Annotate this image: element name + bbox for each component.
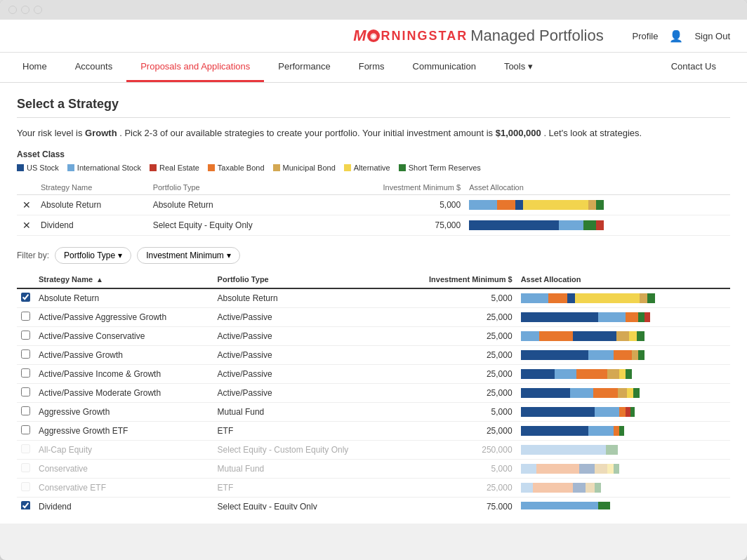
list-strategy-name: All-Cap Equity: [34, 440, 213, 459]
strategy-checkbox-cell: [17, 288, 34, 308]
strategy-name-cell: Absolute Return: [37, 194, 149, 215]
list-col-name[interactable]: Strategy Name ▲: [34, 271, 213, 288]
strategy-checkbox: [21, 463, 30, 472]
list-investment-min: 5,000: [396, 402, 516, 421]
remove-strategy-button[interactable]: ✕: [21, 220, 32, 231]
list-portfolio-type: Active/Passive: [213, 345, 397, 364]
nav-tools[interactable]: Tools ▾: [490, 53, 547, 82]
list-allocation-bar: [517, 345, 730, 364]
portfolio-type-cell: Absolute Return: [149, 194, 325, 215]
list-investment-min: 250,000: [396, 440, 516, 459]
top-bar: M ◉ RNINGSTAR Managed Portfolios Profile…: [0, 20, 747, 53]
nav-proposals[interactable]: Proposals and Applications: [126, 53, 264, 82]
filter-investment-minimum[interactable]: Investment Minimum ▾: [137, 247, 240, 264]
col-investment-min: Investment Minimum $: [325, 180, 465, 195]
nav-performance[interactable]: Performance: [264, 53, 344, 82]
nav-home[interactable]: Home: [17, 53, 61, 82]
list-portfolio-type: ETF: [213, 421, 397, 440]
list-col-check: [17, 271, 34, 288]
asset-allocation-bar: [521, 426, 675, 436]
strategy-checkbox-cell: [17, 440, 34, 459]
list-item: Aggressive Growth ETFETF25,000: [17, 421, 730, 440]
maximize-button[interactable]: [34, 6, 42, 14]
logo-circle: ◉: [367, 29, 380, 42]
list-investment-min: 75,000: [396, 497, 516, 509]
list-item: Absolute ReturnAbsolute Return5,000: [17, 288, 730, 308]
list-portfolio-type: Active/Passive: [213, 364, 397, 383]
list-allocation-bar: [517, 288, 730, 308]
list-item: Conservative ETFETF25,000: [17, 478, 730, 497]
list-portfolio-type: ETF: [213, 478, 397, 497]
strategy-checkbox[interactable]: [21, 387, 30, 396]
strategy-checkbox[interactable]: [21, 368, 30, 378]
legend: US StockInternational StockReal EstateTa…: [17, 164, 730, 172]
nav-contact[interactable]: Contact Us: [657, 53, 730, 82]
nav-accounts[interactable]: Accounts: [61, 53, 126, 82]
list-investment-min: 25,000: [396, 307, 516, 326]
list-investment-min: 25,000: [396, 364, 516, 383]
asset-class-label: Asset Class: [17, 149, 730, 159]
list-portfolio-type: Active/Passive: [213, 383, 397, 402]
asset-allocation-bar: [521, 350, 675, 360]
list-strategy-name: Active/Passive Conservative: [34, 326, 213, 345]
list-portfolio-type: Absolute Return: [213, 288, 397, 308]
asset-allocation-bar: [521, 502, 675, 509]
list-strategy-name: Active/Passive Aggressive Growth: [34, 307, 213, 326]
list-portfolio-type: Select Equity - Custom Equity Only: [213, 440, 397, 459]
list-portfolio-type: Active/Passive: [213, 326, 397, 345]
remove-strategy-button[interactable]: ✕: [21, 199, 32, 211]
asset-allocation-bar: [521, 312, 675, 322]
legend-item: International Stock: [67, 164, 141, 172]
close-button[interactable]: [8, 6, 17, 14]
list-allocation-bar: [517, 478, 730, 497]
minimize-button[interactable]: [21, 6, 29, 14]
asset-allocation-bar: [521, 464, 675, 474]
asset-allocation-bar: [469, 200, 623, 210]
profile-link[interactable]: Profile: [633, 31, 659, 41]
allocation-bar-cell: [465, 215, 730, 235]
nav-communication[interactable]: Communication: [399, 53, 490, 82]
strategy-list-container: Strategy Name ▲ Portfolio Type Investmen…: [17, 271, 730, 509]
strategy-checkbox-cell: [17, 383, 34, 402]
list-allocation-bar: [517, 421, 730, 440]
filter-portfolio-type[interactable]: Portfolio Type ▾: [55, 247, 131, 264]
strategy-checkbox-cell: [17, 497, 34, 509]
nav-forms[interactable]: Forms: [345, 53, 399, 82]
legend-item: Municipal Bond: [273, 164, 336, 172]
asset-allocation-bar: [521, 483, 675, 493]
list-item: Active/Passive GrowthActive/Passive25,00…: [17, 345, 730, 364]
col-remove: [17, 180, 37, 195]
list-allocation-bar: [517, 364, 730, 383]
list-portfolio-type: Select Equity - Equity Only: [213, 497, 397, 509]
strategy-checkbox[interactable]: [21, 331, 30, 340]
list-portfolio-type: Mutual Fund: [213, 459, 397, 478]
strategy-checkbox[interactable]: [21, 406, 30, 415]
allocation-bar-cell: [465, 194, 730, 215]
strategy-list-table: Strategy Name ▲ Portfolio Type Investmen…: [17, 271, 730, 509]
list-strategy-name: Absolute Return: [34, 288, 213, 308]
filter-row: Filter by: Portfolio Type ▾ Investment M…: [17, 247, 730, 264]
col-portfolio-type: Portfolio Type: [149, 180, 325, 195]
logo-m: M: [353, 27, 366, 45]
investment-min-cell: 5,000: [325, 194, 465, 215]
strategy-checkbox[interactable]: [21, 425, 30, 434]
strategy-checkbox-cell: [17, 307, 34, 326]
list-item: Aggressive GrowthMutual Fund5,000: [17, 402, 730, 421]
strategy-checkbox: [21, 482, 30, 491]
list-item: All-Cap EquitySelect Equity - Custom Equ…: [17, 440, 730, 459]
strategy-checkbox[interactable]: [21, 312, 30, 321]
strategy-checkbox[interactable]: [21, 349, 30, 359]
list-item: Active/Passive Moderate GrowthActive/Pas…: [17, 383, 730, 402]
top-right-actions: Profile 👤 Sign Out: [633, 29, 730, 43]
list-item: Active/Passive ConservativeActive/Passiv…: [17, 326, 730, 345]
asset-class-section: Asset Class US StockInternational StockR…: [17, 149, 730, 172]
list-allocation-bar: [517, 459, 730, 478]
strategy-checkbox[interactable]: [21, 293, 30, 302]
strategy-checkbox[interactable]: [21, 501, 30, 509]
list-col-allocation: Asset Allocation: [517, 271, 730, 288]
selected-strategy-row: ✕DividendSelect Equity - Equity Only75,0…: [17, 215, 730, 235]
logo-area: M ◉ RNINGSTAR Managed Portfolios: [324, 27, 632, 45]
signout-link[interactable]: Sign Out: [694, 31, 730, 41]
list-col-type: Portfolio Type: [213, 271, 397, 288]
legend-item: Short Term Reserves: [399, 164, 481, 172]
